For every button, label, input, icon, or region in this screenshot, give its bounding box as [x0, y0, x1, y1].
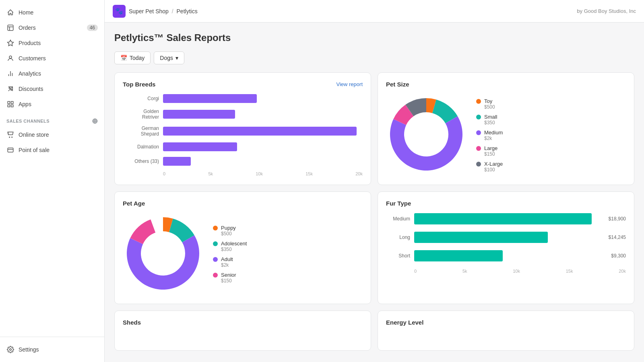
fur-type-title: Fur Type: [386, 200, 411, 207]
legend-name: X-Large: [484, 161, 503, 167]
bar-row: Dalmation: [123, 142, 363, 151]
sidebar-item-discounts[interactable]: Discounts: [0, 81, 104, 97]
legend-item: X-Large $100: [476, 161, 503, 173]
svg-rect-0: [8, 25, 13, 31]
donut-segment: [390, 116, 462, 171]
hbar-label: Medium: [386, 216, 410, 222]
hbar-track: [414, 213, 602, 224]
orders-icon: [6, 24, 14, 32]
pet-size-legend: Toy $500 Small $350 Medium $2k Large $15…: [476, 98, 503, 173]
orders-badge: 46: [87, 25, 98, 31]
svg-rect-12: [11, 101, 13, 103]
fur-axis: 05k10k15k20k: [386, 269, 626, 274]
sidebar-item-settings[interactable]: Settings: [0, 342, 104, 357]
add-channel-icon[interactable]: ⊕: [92, 117, 98, 125]
bar-fill: [163, 157, 191, 166]
legend-text: Toy $500: [484, 98, 495, 110]
sidebar-item-apps[interactable]: Apps: [0, 97, 104, 112]
sidebar-item-point-of-sale[interactable]: Point of sale: [0, 142, 104, 158]
bar-axis: 05k10k15k20k: [123, 171, 363, 176]
legend-value: $100: [484, 167, 503, 173]
filter-dropdown[interactable]: Dogs ▾: [154, 51, 184, 64]
bar-track: [163, 94, 363, 103]
legend-item: Large $150: [476, 145, 503, 157]
sheds-header: Sheds: [123, 319, 363, 326]
breadcrumb-store: Super Pet Shop: [129, 8, 169, 14]
legend-dot: [476, 115, 481, 119]
legend-dot: [476, 146, 481, 151]
sidebar-item-online-store[interactable]: Online store: [0, 127, 104, 142]
sidebar-item-label: Online store: [19, 132, 49, 138]
hbar-label: Long: [386, 234, 410, 240]
hbar-fill: [414, 213, 592, 224]
hbar-fill: [414, 250, 503, 261]
bar-label: Dalmation: [123, 144, 159, 150]
legend-dot: [213, 241, 218, 246]
legend-item: Medium $2k: [476, 130, 503, 141]
legend-item: Adult $2k: [213, 256, 247, 268]
toolbar: 📅 Today Dogs ▾: [114, 51, 634, 64]
sidebar-item-label: Customers: [19, 55, 46, 62]
bar-fill: [163, 94, 257, 103]
hbar-track: [414, 250, 605, 261]
pet-age-card: Pet Age Puppy $500 Adolescent $350 Adult: [114, 191, 371, 304]
legend-name: Toy: [484, 98, 495, 104]
sidebar-item-label: Products: [19, 40, 41, 46]
top-breeds-header: Top Breeds View report: [123, 81, 363, 88]
sales-channels-header: SALES CHANNELS ⊕: [0, 112, 104, 127]
breadcrumb-app: Petlytics: [177, 8, 198, 14]
svg-point-15: [9, 137, 10, 138]
hbar-label: Short: [386, 253, 410, 259]
legend-dot: [213, 273, 218, 278]
sidebar-item-home[interactable]: Home: [0, 5, 104, 20]
pet-age-donut: [123, 213, 203, 295]
pet-age-header: Pet Age: [123, 200, 363, 207]
sidebar-item-customers[interactable]: Customers: [0, 51, 104, 66]
legend-item: Small $350: [476, 114, 503, 125]
top-breeds-title: Top Breeds: [123, 81, 155, 88]
sidebar-item-products[interactable]: Products: [0, 35, 104, 51]
customers-icon: [6, 54, 14, 62]
bar-row: Others (33): [123, 157, 363, 166]
svg-point-19: [10, 349, 12, 351]
legend-text: Senior $150: [221, 272, 236, 284]
legend-name: Small: [484, 114, 497, 120]
home-icon: [6, 8, 14, 16]
legend-item: Toy $500: [476, 98, 503, 110]
legend-dot: [476, 162, 481, 167]
chevron-down-icon: ▾: [175, 55, 178, 61]
sidebar-item-label: Point of sale: [19, 147, 50, 153]
main-area: 🐾 Super Pet Shop / Petlytics by Good Boy…: [105, 0, 644, 362]
calendar-icon: 📅: [120, 55, 127, 61]
legend-name: Adult: [221, 256, 233, 262]
hbar-value: $18,900: [609, 216, 626, 222]
apps-icon: [6, 100, 14, 108]
legend-name: Medium: [484, 130, 503, 136]
svg-rect-11: [8, 101, 10, 103]
today-button[interactable]: 📅 Today: [114, 51, 151, 64]
sidebar: Home Orders 46 Products Customers Anal: [0, 0, 105, 362]
discounts-icon: [6, 85, 14, 93]
bar-track: [163, 127, 363, 136]
legend-value: $350: [484, 120, 497, 125]
svg-point-4: [9, 56, 12, 58]
bar-row: Golden Retriver: [123, 109, 363, 120]
legend-dot: [476, 99, 481, 104]
legend-value: $150: [221, 278, 236, 284]
fur-type-header: Fur Type: [386, 200, 626, 207]
sheds-title: Sheds: [123, 319, 141, 326]
pet-age-title: Pet Age: [123, 200, 145, 207]
settings-icon: [6, 346, 14, 354]
pet-age-legend: Puppy $500 Adolescent $350 Adult $2k Sen…: [213, 225, 247, 284]
top-breeds-chart: CorgiGolden RetriverGerman ShepardDalmat…: [123, 94, 363, 166]
pet-size-donut-container: Toy $500 Small $350 Medium $2k Large $15…: [386, 94, 626, 176]
bar-label: Golden Retriver: [123, 109, 159, 120]
view-report-link[interactable]: View report: [336, 81, 363, 87]
hbar-row: Short$9,300: [386, 250, 626, 261]
sidebar-item-analytics[interactable]: Analytics: [0, 66, 104, 81]
bar-fill: [163, 110, 235, 119]
charts-grid: Top Breeds View report CorgiGolden Retri…: [114, 72, 634, 304]
legend-value: $500: [484, 104, 495, 110]
legend-text: Medium $2k: [484, 130, 503, 141]
sidebar-item-orders[interactable]: Orders 46: [0, 20, 104, 35]
